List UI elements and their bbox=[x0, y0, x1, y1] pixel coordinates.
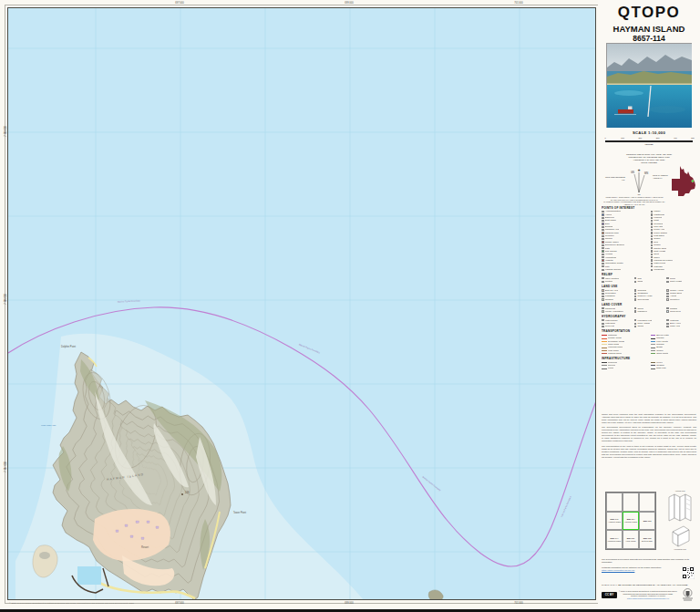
legend-item: Spring bbox=[634, 325, 664, 327]
legend-line-swatch bbox=[602, 341, 607, 342]
grid-easting-label: 701 000 bbox=[514, 602, 522, 605]
legend-section-title: LAND COVER bbox=[602, 303, 696, 306]
legend-section-title: TRANSPORTATION bbox=[602, 329, 696, 333]
map-location-dot bbox=[692, 180, 695, 182]
legend-swatch bbox=[651, 241, 654, 243]
legend-swatch bbox=[666, 326, 669, 327]
gn-label: GN bbox=[631, 171, 634, 174]
legend-section-items: MotorwayPrimary RoadSecondary RoadMinor … bbox=[602, 334, 696, 355]
legend-swatch bbox=[666, 277, 669, 279]
legend-line-swatch bbox=[651, 341, 656, 342]
legend-line-swatch bbox=[651, 338, 656, 339]
legend-line-swatch bbox=[602, 350, 607, 351]
legend-swatch bbox=[602, 281, 604, 283]
svg-text:★: ★ bbox=[637, 168, 641, 172]
scalebar-tick: 0 bbox=[604, 137, 605, 139]
disclaimer-paragraph: The Queensland Government takes no respo… bbox=[602, 426, 696, 442]
legend-swatch bbox=[634, 277, 637, 279]
metadata-link[interactable]: https://qtopo.information.qld.gov.au/ bbox=[602, 569, 634, 571]
legend-swatch bbox=[602, 213, 604, 215]
vertical-fold-diagram bbox=[667, 493, 695, 526]
disclaimer-paragraph: QTopo has been compiled from the best in… bbox=[602, 413, 696, 424]
grid-magnetic-note: GRID MAGNETIC ANGLE 7.6° bbox=[653, 174, 669, 179]
scale-bar: 0100200300400500METRES bbox=[605, 137, 693, 146]
legend-section-items: AccommodationAirfieldBarbecueBoat RampBo… bbox=[602, 210, 696, 271]
legend-item-label: Spring bbox=[637, 325, 643, 327]
legend-swatch bbox=[602, 232, 604, 233]
sidebar: QTOPO HAYMAN ISLAND 8657-114 bbox=[598, 0, 700, 612]
legend-line-swatch bbox=[651, 344, 656, 345]
page-title: QTOPO bbox=[602, 4, 696, 22]
legend-swatch bbox=[602, 307, 604, 309]
legend-section-items: RainforestWoody VegetationScrubMangroveS… bbox=[602, 307, 696, 314]
scale-label: SCALE 1:10,000 bbox=[602, 130, 696, 135]
legend-line-swatch bbox=[651, 368, 656, 369]
legend-swatch bbox=[651, 256, 654, 258]
projection-line: UNITS: METRES bbox=[602, 161, 696, 164]
legend-section-title: POINTS OF INTEREST bbox=[602, 206, 696, 210]
metadata-note: Metadata information can be obtained via… bbox=[602, 566, 674, 572]
queensland-locator-map bbox=[669, 165, 697, 203]
legend-item-label: Dam Wall bbox=[656, 367, 665, 369]
adjoining-maps-grid: 8657-141Arkhurst Island8657-114Hayman Is… bbox=[605, 492, 656, 550]
legend-swatch bbox=[666, 310, 669, 312]
legend-item: Woody Vegetation bbox=[602, 310, 632, 313]
legend-swatch bbox=[634, 296, 637, 297]
scalebar-tick: 200 bbox=[639, 137, 643, 139]
legend-swatch bbox=[634, 281, 637, 283]
adjoining-map-cell: 8657-141Arkhurst Island bbox=[606, 512, 623, 531]
legend-swatch bbox=[602, 238, 604, 240]
legend-swatch bbox=[602, 211, 604, 213]
legend-item-label: Orchard bbox=[605, 298, 613, 301]
legend-swatch bbox=[602, 217, 604, 219]
legend-item: Windpump bbox=[651, 268, 697, 271]
declination-block: GRID CONVERGENCE 0.8° ★ GN MN TN GRID MA… bbox=[602, 167, 696, 207]
grid-easting-label: 699 000 bbox=[345, 602, 353, 605]
legend-swatch bbox=[602, 229, 604, 231]
legend-swatch bbox=[602, 241, 604, 243]
legend-swatch bbox=[634, 319, 637, 321]
scalebar-segment bbox=[605, 140, 623, 142]
legend-swatch bbox=[602, 277, 604, 279]
adjoining-map-cell: 8657-111Hook Island bbox=[623, 530, 639, 549]
legend-swatch bbox=[602, 263, 604, 265]
horizontal-fold-label: Horizontal fold bbox=[662, 548, 698, 550]
legend-line-swatch bbox=[651, 362, 656, 363]
legend-item-label: Windpump bbox=[654, 268, 664, 271]
grid-northing-label: 7 788 000 bbox=[5, 126, 7, 137]
place-label: Dolphin Point bbox=[61, 346, 76, 348]
cc-by-badge: CC BY bbox=[602, 592, 617, 598]
legend-swatch bbox=[602, 220, 604, 222]
legend-line-swatch bbox=[602, 362, 607, 363]
legend-swatch bbox=[651, 250, 654, 252]
grid-northing-label: 7 786 000 bbox=[5, 294, 7, 305]
sand-islet-rock bbox=[39, 552, 50, 559]
cc-licence-url[interactable]: https://www.creativecommons.org/licenses… bbox=[618, 597, 678, 600]
scalebar-segment bbox=[623, 140, 640, 142]
legend-section-items: Index ContourContourCliffSandScreeSpot H… bbox=[602, 277, 696, 284]
legend-swatch bbox=[651, 247, 654, 249]
disclaimer-text: QTopo has been compiled from the best in… bbox=[602, 413, 696, 461]
legend-line-swatch bbox=[602, 335, 607, 336]
legend-item-label: Coral Reef bbox=[670, 310, 681, 313]
legend-item-label: Landing Ground bbox=[605, 268, 621, 271]
legend-swatch bbox=[602, 259, 604, 261]
legend-item: Tidal Area bbox=[666, 325, 696, 327]
legend-swatch bbox=[651, 244, 654, 246]
adjoining-map-cell bbox=[639, 493, 655, 512]
legend-swatch bbox=[602, 226, 604, 228]
metadata-label: Metadata information can be obtained via… bbox=[602, 566, 662, 568]
legend-line-swatch bbox=[602, 365, 607, 366]
projection-block: COORDINATES SHOWN: MGA GRID, GDA2020PROJ… bbox=[602, 153, 696, 164]
legend-swatch bbox=[602, 269, 604, 271]
legend-swatch bbox=[634, 293, 637, 295]
grid-easting-label: 699 000 bbox=[345, 2, 353, 5]
legend-swatch bbox=[651, 229, 654, 231]
legend-swatch bbox=[651, 254, 654, 255]
scalebar-tick: 300 bbox=[656, 137, 660, 139]
scalebar-tick: 500 bbox=[691, 137, 695, 139]
legend-section-title: HYDROGRAPHY bbox=[602, 315, 696, 318]
legend-swatch bbox=[666, 296, 669, 297]
legend-swatch bbox=[651, 213, 654, 215]
legend-swatch bbox=[666, 289, 669, 291]
